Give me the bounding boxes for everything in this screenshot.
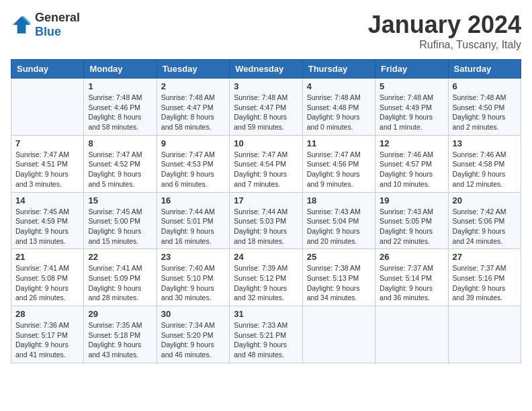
day-info: Sunrise: 7:46 AM Sunset: 4:58 PM Dayligh… [453, 150, 517, 189]
week-row-2: 7Sunrise: 7:47 AM Sunset: 4:51 PM Daylig… [11, 135, 521, 192]
day-number: 17 [234, 195, 298, 205]
day-info: Sunrise: 7:39 AM Sunset: 5:12 PM Dayligh… [234, 263, 298, 303]
day-info: Sunrise: 7:48 AM Sunset: 4:46 PM Dayligh… [88, 93, 152, 132]
day-info: Sunrise: 7:44 AM Sunset: 5:03 PM Dayligh… [234, 207, 298, 246]
day-info: Sunrise: 7:47 AM Sunset: 4:51 PM Dayligh… [15, 150, 79, 189]
calendar-cell: 29Sunrise: 7:35 AM Sunset: 5:18 PM Dayli… [84, 306, 157, 363]
day-number: 12 [380, 138, 443, 148]
calendar-cell: 26Sunrise: 7:37 AM Sunset: 5:14 PM Dayli… [375, 249, 448, 306]
day-number: 15 [88, 195, 152, 205]
day-number: 25 [307, 252, 371, 262]
day-info: Sunrise: 7:47 AM Sunset: 4:52 PM Dayligh… [88, 150, 152, 189]
calendar-cell: 19Sunrise: 7:43 AM Sunset: 5:05 PM Dayli… [375, 192, 448, 249]
day-number: 11 [307, 138, 371, 148]
day-info: Sunrise: 7:48 AM Sunset: 4:48 PM Dayligh… [307, 93, 371, 132]
day-number: 2 [161, 81, 225, 91]
calendar-cell: 24Sunrise: 7:39 AM Sunset: 5:12 PM Dayli… [230, 249, 302, 306]
day-info: Sunrise: 7:41 AM Sunset: 5:08 PM Dayligh… [15, 263, 79, 303]
calendar-cell: 16Sunrise: 7:44 AM Sunset: 5:01 PM Dayli… [157, 192, 229, 249]
calendar-cell [448, 306, 521, 363]
day-number: 6 [453, 81, 517, 91]
calendar-cell: 4Sunrise: 7:48 AM Sunset: 4:48 PM Daylig… [302, 79, 375, 136]
day-info: Sunrise: 7:43 AM Sunset: 5:05 PM Dayligh… [380, 207, 443, 246]
day-info: Sunrise: 7:40 AM Sunset: 5:10 PM Dayligh… [161, 263, 225, 303]
calendar-cell: 30Sunrise: 7:34 AM Sunset: 5:20 PM Dayli… [157, 306, 229, 363]
calendar-cell: 3Sunrise: 7:48 AM Sunset: 4:47 PM Daylig… [230, 79, 302, 136]
calendar-cell: 21Sunrise: 7:41 AM Sunset: 5:08 PM Dayli… [11, 249, 84, 306]
calendar-cell [11, 79, 84, 136]
calendar-cell: 31Sunrise: 7:33 AM Sunset: 5:21 PM Dayli… [230, 306, 302, 363]
day-info: Sunrise: 7:35 AM Sunset: 5:18 PM Dayligh… [88, 320, 152, 360]
calendar-cell: 14Sunrise: 7:45 AM Sunset: 4:59 PM Dayli… [11, 192, 84, 249]
calendar-cell: 17Sunrise: 7:44 AM Sunset: 5:03 PM Dayli… [230, 192, 302, 249]
day-number: 19 [380, 195, 443, 205]
day-number: 1 [88, 81, 152, 91]
calendar-cell: 6Sunrise: 7:48 AM Sunset: 4:50 PM Daylig… [448, 79, 521, 136]
day-number: 20 [453, 195, 517, 205]
day-info: Sunrise: 7:48 AM Sunset: 4:47 PM Dayligh… [161, 93, 225, 132]
week-row-5: 28Sunrise: 7:36 AM Sunset: 5:17 PM Dayli… [11, 306, 521, 363]
page-header: General Blue January 2024 Rufina, Tuscan… [11, 11, 521, 51]
calendar-cell: 9Sunrise: 7:47 AM Sunset: 4:53 PM Daylig… [157, 135, 229, 192]
weekday-header-monday: Monday [84, 60, 157, 79]
day-number: 26 [380, 252, 443, 262]
day-number: 27 [453, 252, 517, 262]
calendar-cell [302, 306, 375, 363]
day-info: Sunrise: 7:48 AM Sunset: 4:50 PM Dayligh… [453, 93, 517, 132]
weekday-header-friday: Friday [375, 60, 448, 79]
svg-marker-0 [13, 16, 30, 34]
day-info: Sunrise: 7:36 AM Sunset: 5:17 PM Dayligh… [15, 320, 79, 360]
month-title: January 2024 [368, 11, 521, 39]
calendar-cell: 2Sunrise: 7:48 AM Sunset: 4:47 PM Daylig… [157, 79, 229, 136]
calendar-cell: 10Sunrise: 7:47 AM Sunset: 4:54 PM Dayli… [230, 135, 302, 192]
day-info: Sunrise: 7:47 AM Sunset: 4:54 PM Dayligh… [234, 150, 298, 189]
calendar-cell: 15Sunrise: 7:45 AM Sunset: 5:00 PM Dayli… [84, 192, 157, 249]
day-number: 31 [234, 309, 298, 319]
day-number: 29 [88, 309, 152, 319]
location-title: Rufina, Tuscany, Italy [368, 39, 521, 51]
calendar-cell: 18Sunrise: 7:43 AM Sunset: 5:04 PM Dayli… [302, 192, 375, 249]
day-number: 7 [15, 138, 79, 148]
calendar-table: SundayMondayTuesdayWednesdayThursdayFrid… [11, 59, 521, 363]
day-info: Sunrise: 7:43 AM Sunset: 5:04 PM Dayligh… [307, 207, 371, 246]
day-info: Sunrise: 7:37 AM Sunset: 5:14 PM Dayligh… [380, 263, 443, 303]
day-number: 16 [161, 195, 225, 205]
day-info: Sunrise: 7:42 AM Sunset: 5:06 PM Dayligh… [453, 207, 517, 246]
logo: General Blue [11, 11, 80, 39]
day-info: Sunrise: 7:37 AM Sunset: 5:16 PM Dayligh… [453, 263, 517, 303]
day-info: Sunrise: 7:38 AM Sunset: 5:13 PM Dayligh… [307, 263, 371, 303]
week-row-1: 1Sunrise: 7:48 AM Sunset: 4:46 PM Daylig… [11, 79, 521, 136]
weekday-row: SundayMondayTuesdayWednesdayThursdayFrid… [11, 60, 521, 79]
calendar-cell: 25Sunrise: 7:38 AM Sunset: 5:13 PM Dayli… [302, 249, 375, 306]
day-number: 28 [15, 309, 79, 319]
day-info: Sunrise: 7:33 AM Sunset: 5:21 PM Dayligh… [234, 320, 298, 360]
day-info: Sunrise: 7:44 AM Sunset: 5:01 PM Dayligh… [161, 207, 225, 246]
weekday-header-wednesday: Wednesday [230, 60, 302, 79]
calendar-cell: 22Sunrise: 7:41 AM Sunset: 5:09 PM Dayli… [84, 249, 157, 306]
calendar-cell: 1Sunrise: 7:48 AM Sunset: 4:46 PM Daylig… [84, 79, 157, 136]
day-info: Sunrise: 7:47 AM Sunset: 4:53 PM Dayligh… [161, 150, 225, 189]
calendar-cell: 20Sunrise: 7:42 AM Sunset: 5:06 PM Dayli… [448, 192, 521, 249]
calendar-cell: 28Sunrise: 7:36 AM Sunset: 5:17 PM Dayli… [11, 306, 84, 363]
day-info: Sunrise: 7:45 AM Sunset: 5:00 PM Dayligh… [88, 207, 152, 246]
calendar-cell: 23Sunrise: 7:40 AM Sunset: 5:10 PM Dayli… [157, 249, 229, 306]
day-info: Sunrise: 7:45 AM Sunset: 4:59 PM Dayligh… [15, 207, 79, 246]
calendar-header: SundayMondayTuesdayWednesdayThursdayFrid… [11, 60, 521, 79]
day-info: Sunrise: 7:46 AM Sunset: 4:57 PM Dayligh… [380, 150, 443, 189]
day-number: 3 [234, 81, 298, 91]
day-number: 8 [88, 138, 152, 148]
day-info: Sunrise: 7:48 AM Sunset: 4:49 PM Dayligh… [380, 93, 443, 132]
day-number: 21 [15, 252, 79, 262]
calendar-cell: 12Sunrise: 7:46 AM Sunset: 4:57 PM Dayli… [375, 135, 448, 192]
day-number: 9 [161, 138, 225, 148]
calendar-cell: 11Sunrise: 7:47 AM Sunset: 4:56 PM Dayli… [302, 135, 375, 192]
day-number: 14 [15, 195, 79, 205]
day-number: 13 [453, 138, 517, 148]
logo-icon [11, 14, 32, 36]
week-row-3: 14Sunrise: 7:45 AM Sunset: 4:59 PM Dayli… [11, 192, 521, 249]
day-info: Sunrise: 7:48 AM Sunset: 4:47 PM Dayligh… [234, 93, 298, 132]
calendar-body: 1Sunrise: 7:48 AM Sunset: 4:46 PM Daylig… [11, 79, 521, 363]
day-number: 4 [307, 81, 371, 91]
day-number: 23 [161, 252, 225, 262]
calendar-cell [375, 306, 448, 363]
